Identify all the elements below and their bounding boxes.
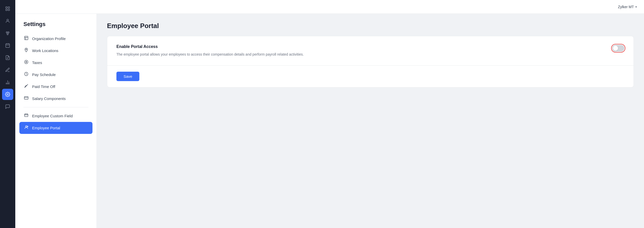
sidebar-item-employee-custom-field[interactable]: Employee Custom Field	[19, 110, 92, 122]
svg-rect-1	[8, 7, 10, 8]
work-locations-icon	[23, 48, 29, 54]
sidebar-item-pay-schedule[interactable]: Pay Schedule	[19, 69, 92, 81]
save-button[interactable]: Save	[116, 72, 139, 81]
nav-item-org[interactable]	[2, 28, 13, 39]
sidebar-item-pay-schedule-label: Pay Schedule	[32, 72, 56, 77]
settings-title: Settings	[15, 14, 97, 33]
nav-item-chat[interactable]	[2, 101, 13, 112]
org-selector[interactable]: Zylker MT ▾	[618, 5, 637, 9]
sidebar-item-salary-components-label: Salary Components	[32, 96, 66, 101]
card-enable-section: Enable Portal Access The employee portal…	[107, 36, 634, 66]
sidebar-item-employee-custom-field-label: Employee Custom Field	[32, 114, 73, 118]
layout-wrapper: Settings Organization Profile Work Locat…	[15, 14, 644, 228]
card-footer: Save	[107, 66, 634, 87]
nav-item-tools[interactable]	[2, 64, 13, 75]
svg-rect-8	[6, 44, 10, 47]
taxes-icon	[23, 60, 29, 66]
employee-portal-icon	[23, 125, 29, 131]
employee-portal-card: Enable Portal Access The employee portal…	[107, 36, 634, 87]
sidebar-item-paid-time-off[interactable]: Paid Time Off	[19, 81, 92, 93]
nav-item-dashboard[interactable]	[2, 3, 13, 14]
portal-access-toggle-wrapper	[612, 45, 624, 52]
nav-item-people[interactable]	[2, 15, 13, 27]
sidebar-item-taxes-label: Taxes	[32, 60, 42, 65]
page-title: Employee Portal	[107, 22, 634, 30]
svg-rect-2	[6, 9, 7, 11]
svg-point-15	[7, 94, 8, 95]
sidebar-item-employee-portal-label: Employee Portal	[32, 126, 60, 130]
svg-point-6	[8, 32, 9, 33]
nav-item-document[interactable]	[2, 52, 13, 63]
svg-point-5	[6, 32, 7, 33]
portal-access-toggle-track[interactable]	[612, 45, 624, 52]
sidebar-item-employee-portal[interactable]: Employee Portal	[19, 122, 92, 134]
main-content: Zylker MT ▾ Settings Organization Profil…	[15, 0, 644, 228]
nav-item-calendar[interactable]	[2, 40, 13, 51]
sidebar-item-org-profile-label: Organization Profile	[32, 36, 66, 41]
svg-rect-3	[8, 9, 10, 11]
card-section-content: Enable Portal Access The employee portal…	[116, 44, 320, 57]
settings-nav: Organization Profile Work Locations Taxe…	[15, 33, 97, 134]
paid-time-off-icon	[23, 84, 29, 90]
icon-nav	[0, 0, 15, 228]
svg-rect-0	[6, 7, 7, 8]
enable-portal-desc: The employee portal allows your employee…	[116, 52, 305, 57]
svg-point-7	[7, 34, 8, 35]
sidebar-item-org-profile[interactable]: Organization Profile	[19, 33, 92, 45]
svg-point-23	[27, 126, 28, 127]
svg-rect-21	[24, 114, 28, 117]
nav-divider	[23, 107, 88, 107]
svg-rect-16	[24, 36, 28, 40]
sidebar-item-paid-time-off-label: Paid Time Off	[32, 84, 55, 89]
sidebar-item-work-locations[interactable]: Work Locations	[19, 45, 92, 57]
toggle-container	[612, 45, 624, 52]
enable-portal-title: Enable Portal Access	[116, 44, 320, 49]
svg-point-4	[7, 19, 9, 21]
nav-item-chart[interactable]	[2, 77, 13, 88]
org-name: Zylker MT	[618, 5, 634, 9]
svg-point-22	[25, 126, 27, 127]
settings-sidebar: Settings Organization Profile Work Locat…	[15, 14, 97, 228]
page-content: Employee Portal Enable Portal Access The…	[97, 14, 644, 228]
sidebar-item-work-locations-label: Work Locations	[32, 48, 58, 53]
svg-point-17	[26, 49, 27, 50]
top-header: Zylker MT ▾	[15, 0, 644, 14]
org-chevron: ▾	[635, 5, 637, 9]
org-profile-icon	[23, 36, 29, 42]
svg-rect-20	[24, 97, 28, 99]
salary-components-icon	[23, 96, 29, 102]
pay-schedule-icon	[23, 72, 29, 78]
nav-item-settings[interactable]	[2, 89, 13, 100]
sidebar-item-taxes[interactable]: Taxes	[19, 57, 92, 69]
sidebar-item-salary-components[interactable]: Salary Components	[19, 93, 92, 105]
employee-custom-field-icon	[23, 113, 29, 119]
